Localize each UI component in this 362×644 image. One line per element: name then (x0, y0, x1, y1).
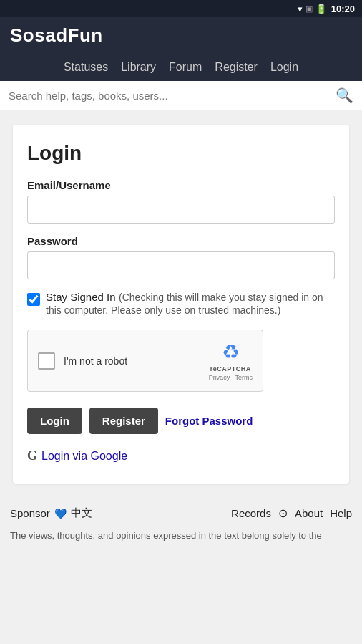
password-label: Password (27, 235, 335, 247)
github-icon: ⊙ (278, 506, 288, 520)
stay-signed-label: Stay Signed In (46, 291, 116, 303)
nav-forum[interactable]: Forum (169, 61, 202, 74)
site-title[interactable]: SosadFun (10, 24, 352, 54)
recaptcha-brand: reCAPTCHA (210, 365, 251, 373)
action-buttons: Login Register Forgot Password (27, 408, 335, 434)
records-label[interactable]: Records (231, 507, 271, 519)
footer-links: Sponsor 💙 中文 Records ⊙ About Help (10, 506, 352, 520)
nav-login[interactable]: Login (270, 61, 298, 74)
search-bar: 🔍 (0, 81, 362, 110)
email-input[interactable] (27, 196, 335, 224)
stay-signed-row: Stay Signed In (Checking this will make … (27, 291, 335, 317)
status-icons: ▾ ▣ 🔋 (298, 4, 327, 14)
login-card: Login Email/Username Password Stay Signe… (13, 125, 349, 484)
footer: Sponsor 💙 中文 Records ⊙ About Help The vi… (0, 498, 362, 549)
header: SosadFun Statuses Library Forum Register… (0, 17, 362, 81)
recaptcha-checkbox[interactable] (38, 352, 55, 370)
chinese-label[interactable]: 中文 (71, 506, 92, 520)
battery-icon: 🔋 (315, 4, 327, 14)
recaptcha-logo-icon: ♻ (222, 340, 240, 364)
password-input[interactable] (27, 251, 335, 279)
nav-library[interactable]: Library (121, 61, 156, 74)
register-button[interactable]: Register (89, 408, 158, 434)
google-icon: G (27, 448, 37, 463)
stay-signed-checkbox[interactable] (27, 293, 40, 306)
main-nav: Statuses Library Forum Register Login (10, 54, 352, 81)
status-bar: ▾ ▣ 🔋 10:20 (0, 0, 362, 17)
login-button[interactable]: Login (27, 408, 82, 434)
recaptcha-label: I'm not a robot (64, 355, 127, 367)
main-content: Login Email/Username Password Stay Signe… (0, 110, 362, 498)
google-login-link[interactable]: G Login via Google (27, 448, 335, 463)
sponsor-label[interactable]: Sponsor (10, 507, 50, 519)
signal-icon: ▣ (305, 4, 313, 14)
page-title: Login (27, 142, 335, 165)
nav-register[interactable]: Register (215, 61, 258, 74)
about-label[interactable]: About (295, 507, 323, 519)
google-login-label: Login via Google (41, 450, 127, 463)
forgot-password-link[interactable]: Forgot Password (165, 415, 253, 427)
footer-disclaimer: The views, thoughts, and opinions expres… (10, 529, 352, 543)
recaptcha-widget[interactable]: I'm not a robot ♻ reCAPTCHA Privacy · Te… (27, 330, 263, 392)
time-display: 10:20 (331, 4, 355, 14)
help-label[interactable]: Help (330, 507, 352, 519)
recaptcha-links: Privacy · Terms (209, 374, 253, 381)
nav-statuses[interactable]: Statuses (64, 61, 108, 74)
email-label: Email/Username (27, 179, 335, 191)
sponsor-icon: 💙 (54, 508, 67, 519)
search-icon[interactable]: 🔍 (336, 87, 353, 104)
wifi-icon: ▾ (298, 4, 303, 14)
search-input[interactable] (9, 90, 336, 102)
